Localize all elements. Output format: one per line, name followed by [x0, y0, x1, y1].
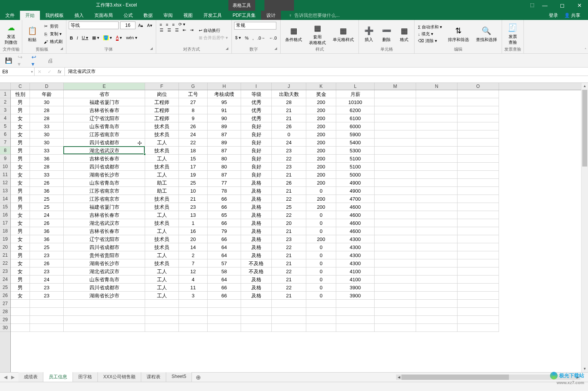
cell[interactable] [306, 308, 336, 316]
align-top-button[interactable]: ≡ [159, 22, 163, 27]
cell[interactable] [241, 316, 272, 324]
cell[interactable] [375, 292, 416, 300]
cell[interactable] [375, 122, 416, 130]
cell[interactable]: 奖金 [306, 90, 336, 98]
cell[interactable] [145, 324, 179, 332]
cell[interactable]: 山东省青岛市 [64, 276, 145, 284]
sheet-tab-课程表[interactable]: 课程表 [141, 372, 166, 383]
cell[interactable]: 良好 [241, 122, 272, 130]
row-header-27[interactable]: 27 [0, 300, 10, 308]
decrease-indent-button[interactable]: ⇤ [182, 27, 187, 33]
cell[interactable]: 22 [272, 155, 306, 163]
cell[interactable]: 15 [179, 155, 208, 163]
row-header-23[interactable]: 23 [0, 267, 10, 276]
align-bottom-button[interactable]: ≡ [171, 22, 176, 27]
minimize-button[interactable]: — [536, 0, 553, 11]
cell[interactable]: 19 [179, 171, 208, 179]
number-dialog-launcher[interactable]: ◢ [273, 46, 278, 51]
invoice-check-button[interactable]: 🧾发票 查验 [504, 21, 521, 46]
cell[interactable]: 0 [306, 187, 336, 195]
phonetic-button[interactable]: wén ▾ [125, 35, 138, 41]
cell[interactable]: 28 [272, 98, 306, 106]
cell[interactable]: 及格 [241, 195, 272, 203]
cell[interactable]: 男 [11, 98, 30, 106]
cell[interactable] [375, 300, 416, 308]
cell[interactable] [458, 300, 499, 308]
cell[interactable]: 65 [208, 211, 241, 219]
cell[interactable]: 23 [30, 251, 64, 259]
cell[interactable] [11, 308, 30, 316]
cell[interactable]: 0 [306, 219, 336, 227]
cell[interactable]: 女 [11, 235, 30, 243]
cell[interactable]: 200 [306, 147, 336, 155]
cell[interactable]: 0 [306, 243, 336, 251]
cell[interactable] [375, 267, 416, 276]
cell[interactable]: 200 [306, 235, 336, 243]
comma-button[interactable]: , [251, 35, 255, 41]
cell[interactable] [416, 227, 458, 235]
column-header-O[interactable]: O [458, 83, 499, 90]
cell[interactable]: 200 [306, 203, 336, 211]
cell[interactable]: 200 [306, 114, 336, 122]
cell[interactable]: 优秀 [241, 98, 272, 106]
add-sheet-button[interactable]: ⊕ [192, 374, 205, 381]
cell[interactable]: 23 [30, 267, 64, 276]
cell[interactable] [208, 316, 241, 324]
cell[interactable]: 24 [179, 130, 208, 139]
cell[interactable]: 8 [179, 106, 208, 114]
insert-cells-button[interactable]: ➕插入 [361, 21, 377, 46]
cell[interactable] [375, 90, 416, 98]
cell[interactable] [416, 179, 458, 187]
cell[interactable] [458, 267, 499, 276]
cell[interactable]: 26 [272, 179, 306, 187]
cell[interactable] [416, 243, 458, 251]
orientation-button[interactable]: ⟳ ▾ [177, 21, 187, 27]
cell[interactable] [458, 259, 499, 267]
cell[interactable]: 0 [272, 130, 306, 139]
cell[interactable]: 3900 [336, 292, 375, 300]
cell[interactable]: 技术员 [145, 122, 179, 130]
autosum-button[interactable]: Σ自动求和 ▾ [417, 24, 443, 30]
cell[interactable] [375, 259, 416, 267]
cell[interactable]: 30 [30, 130, 64, 139]
send-to-wechat-button[interactable]: ☁ 发送 到微信 [2, 21, 20, 46]
cell[interactable]: 男 [11, 106, 30, 114]
cell[interactable] [241, 308, 272, 316]
cell[interactable]: 5100 [336, 155, 375, 163]
cell[interactable]: 辽宁省沈阳市 [64, 235, 145, 243]
cell[interactable]: 吉林省长春市 [64, 106, 145, 114]
cell[interactable]: 33 [30, 122, 64, 130]
cell[interactable]: 4600 [336, 211, 375, 219]
cell[interactable]: 25 [179, 179, 208, 187]
cell[interactable]: 22 [272, 211, 306, 219]
increase-decimal-button[interactable]: .0→ [256, 35, 266, 41]
cell[interactable] [416, 251, 458, 259]
cell[interactable]: 湖南省长沙市 [64, 292, 145, 300]
cell[interactable]: 0 [306, 259, 336, 267]
sheet-nav-buttons[interactable]: ◀▶ [0, 375, 18, 380]
font-name-select[interactable] [69, 21, 119, 29]
cell[interactable]: 4700 [336, 195, 375, 203]
cell[interactable]: 21 [272, 276, 306, 284]
cell[interactable]: 36 [30, 155, 64, 163]
cell[interactable]: 湖南省长沙市 [64, 259, 145, 267]
cell[interactable] [11, 316, 30, 324]
tab-页面布局[interactable]: 页面布局 [89, 11, 118, 20]
cell[interactable] [375, 171, 416, 179]
cell[interactable]: 28 [30, 163, 64, 171]
cell[interactable]: 4100 [336, 276, 375, 284]
column-header-F[interactable]: F [145, 83, 179, 90]
cell[interactable]: 26 [30, 259, 64, 267]
cell[interactable] [458, 251, 499, 259]
cell[interactable]: 21 [272, 106, 306, 114]
tab-数据[interactable]: 数据 [138, 11, 158, 20]
delete-cells-button[interactable]: ➖删除 [379, 21, 394, 46]
cell[interactable]: 20 [272, 219, 306, 227]
cell[interactable]: 良好 [241, 139, 272, 147]
cell[interactable]: 4600 [336, 203, 375, 211]
cell[interactable]: 23 [30, 292, 64, 300]
cell[interactable]: 200 [306, 171, 336, 179]
cell[interactable]: 湖北省武汉市 [64, 267, 145, 276]
cell[interactable]: 0 [306, 227, 336, 235]
cell[interactable] [458, 114, 499, 122]
